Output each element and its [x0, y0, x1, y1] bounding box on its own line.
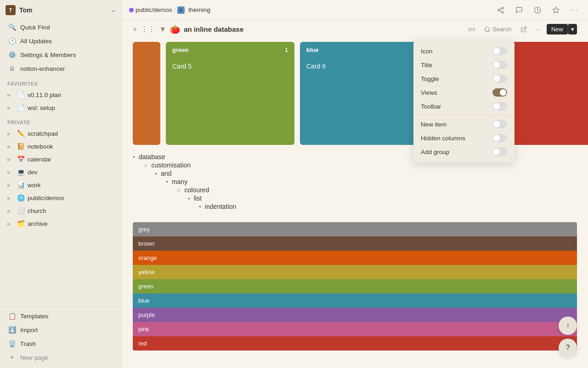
sidebar-item-templates[interactable]: 📋 Templates	[2, 309, 119, 323]
settings-db-button[interactable]	[465, 24, 479, 34]
bullet-marker: ▪	[155, 170, 157, 177]
scroll-top-button[interactable]: ↑	[559, 316, 577, 335]
sidebar-item-church[interactable]: ▶ ⬜ church	[2, 204, 119, 217]
toggle-title[interactable]	[492, 61, 507, 69]
expand-arrow: ▶	[7, 131, 15, 136]
sidebar-item-v0110[interactable]: ▶ 📄 v0.11.0 plan	[2, 88, 119, 101]
new-page-button[interactable]: + New page	[2, 351, 119, 364]
kanban-board: green 1 Card 5 blue 1 Card 6 red 1	[122, 38, 588, 149]
toggle-add-group[interactable]	[492, 148, 507, 156]
drag-handle: ⋮⋮	[141, 25, 155, 34]
kanban-card-6[interactable]: Card 6	[300, 57, 429, 145]
trash-icon: 🗑️	[7, 340, 17, 347]
content-area: • database ○ customisation ▪ and	[122, 149, 588, 368]
list-item: • indentation	[199, 203, 577, 210]
caret-button[interactable]: ▼	[159, 25, 166, 34]
dropdown-item-views[interactable]: Views	[413, 86, 514, 99]
toggle-hidden-cols[interactable]	[492, 134, 507, 142]
breadcrumb-public-demos[interactable]: public/demos	[129, 6, 172, 13]
svg-point-0	[502, 7, 503, 9]
workspace-header[interactable]: T Tom ⌄	[0, 0, 121, 20]
toggle-views[interactable]	[492, 88, 507, 97]
dropdown-item-hidden-columns[interactable]: Hidden columns	[413, 131, 514, 145]
expand-arrow: ▶	[7, 105, 15, 110]
svg-point-1	[498, 9, 500, 11]
kanban-card-5[interactable]: Card 5	[166, 57, 294, 145]
more-db-button[interactable]: ···	[532, 24, 545, 34]
private-section-label: PRIVATE	[0, 114, 121, 127]
dropdown-item-title[interactable]: Title	[413, 58, 514, 72]
bullet-marker: ○	[144, 161, 147, 169]
dropdown-item-toggle[interactable]: Toggle	[413, 72, 514, 86]
card-label: Card 5	[172, 63, 192, 70]
toggle-toolbar[interactable]	[492, 102, 507, 110]
expand-arrow: ▶	[7, 157, 15, 162]
dropdown-item-add-group[interactable]: Add group	[413, 145, 514, 159]
settings-icon: ⚙️	[7, 51, 17, 58]
external-link-button[interactable]	[517, 24, 531, 34]
page-icon: 📄	[17, 104, 25, 111]
sidebar-item-public-demos[interactable]: ▶ 🌐 public/demos	[2, 191, 119, 204]
color-row-red: red	[133, 336, 577, 351]
color-row-orange: orange	[133, 251, 577, 265]
kanban-col-partial-orange	[133, 42, 160, 145]
db-header-actions: Search ··· New ▾	[465, 24, 577, 34]
breadcrumb-theming[interactable]: 🖥 theming	[177, 6, 210, 14]
sidebar-item-notion-enhancer[interactable]: 🖥 notion-enhancer	[2, 62, 119, 75]
toggle-toggle[interactable]	[492, 75, 507, 83]
sidebar-item-all-updates[interactable]: 🕐 All Updates	[2, 34, 119, 48]
sidebar-item-trash[interactable]: 🗑️ Trash	[2, 337, 119, 351]
svg-point-8	[485, 27, 489, 31]
toggle-icon[interactable]	[492, 47, 507, 55]
expand-arrow: ▶	[7, 170, 15, 175]
page-label: v0.11.0 plan	[28, 92, 114, 98]
bullet-children: ○ coloured ▪ list	[166, 186, 577, 210]
bullet-children: ○ customisation ▪ and • many	[133, 161, 577, 210]
list-item: ○ customisation	[144, 161, 577, 169]
sidebar-item-import[interactable]: ⬇️ Import	[2, 323, 119, 337]
bullet-marker: •	[166, 178, 168, 185]
svg-line-3	[500, 11, 502, 12]
comment-button[interactable]	[513, 4, 526, 17]
new-button[interactable]: New	[547, 24, 568, 34]
sidebar-item-dev[interactable]: ▶ 💻 dev	[2, 166, 119, 178]
bullet-children: ▪ and • many ○ coloured	[144, 170, 577, 210]
more-button[interactable]: ···	[568, 4, 581, 17]
templates-label: Templates	[20, 313, 49, 320]
sidebar-item-quick-find[interactable]: 🔍 Quick Find	[2, 20, 119, 34]
dropdown-label: Hidden columns	[421, 135, 465, 142]
dropdown-item-icon[interactable]: Icon	[413, 44, 514, 58]
svg-line-9	[489, 30, 490, 32]
dropdown-divider	[413, 115, 514, 115]
toggle-new-item[interactable]	[492, 120, 507, 128]
sidebar-item-notebook[interactable]: ▶ 📔 notebook	[2, 140, 119, 153]
help-button[interactable]: ?	[559, 339, 577, 357]
breadcrumb-label: theming	[188, 6, 210, 13]
sidebar-bottom: 📋 Templates ⬇️ Import 🗑️ Trash + New pag…	[0, 307, 121, 364]
sidebar-item-work[interactable]: ▶ 📊 work	[2, 178, 119, 191]
dropdown-item-new-item[interactable]: New item	[413, 117, 514, 131]
search-db-button[interactable]: Search	[481, 24, 515, 34]
sidebar-item-calendar[interactable]: ▶ 📅 calendar	[2, 153, 119, 166]
star-button[interactable]	[549, 4, 562, 17]
add-view-button[interactable]: +	[133, 25, 137, 34]
sidebar-item-wsl-setup[interactable]: ▶ 📄 wsl: setup	[2, 101, 119, 114]
new-dropdown-button[interactable]: ▾	[568, 24, 577, 34]
kanban-col-header-green: green 1	[166, 42, 294, 57]
favorites-section-label: FAVORITES	[0, 75, 121, 88]
history-button[interactable]	[531, 4, 544, 17]
color-row-purple: purple	[133, 308, 577, 322]
settings-label: Settings & Members	[20, 52, 76, 58]
bullet-children: • many ○ coloured ▪	[155, 178, 577, 210]
dropdown-item-toolbar[interactable]: Toolbar	[413, 99, 514, 113]
new-label: New	[551, 26, 563, 33]
database-header: + ⋮⋮ ▼ 🍅 an inline database Search ··· N…	[122, 20, 588, 38]
sidebar-item-settings[interactable]: ⚙️ Settings & Members	[2, 48, 119, 62]
breadcrumb-label: public/demos	[136, 6, 172, 13]
sidebar-item-archive[interactable]: ▶ 🗂️ archive	[2, 217, 119, 230]
share-button[interactable]	[494, 4, 507, 17]
notion-enhancer-label: notion-enhancer	[20, 65, 65, 72]
page-label: scratchpad	[28, 130, 114, 137]
clock-icon: 🕐	[7, 37, 17, 45]
sidebar-item-scratchpad[interactable]: ▶ ✏️ scratchpad	[2, 127, 119, 140]
